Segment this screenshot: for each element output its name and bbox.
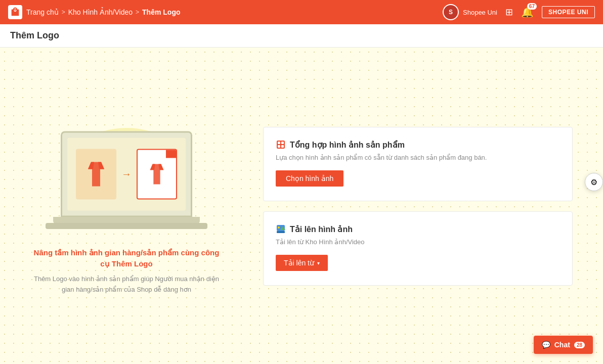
nav-right: S Shopee Uni ⊞ 🔔 67 SHOPEE UNI xyxy=(443,4,595,20)
arrow-icon: → xyxy=(121,168,132,180)
shopee-logo xyxy=(8,5,22,19)
chat-label: Chat xyxy=(554,341,570,349)
shopee-uni-label: Shopee Uni xyxy=(463,9,497,16)
card-product-images: Tổng hợp hình ảnh sản phẩm Lựa chọn hình… xyxy=(263,127,573,201)
nav-left: Trang chủ > Kho Hình Ảnh/Video > Thêm Lo… xyxy=(8,5,180,19)
choose-image-button[interactable]: Chọn hình ảnh xyxy=(276,170,343,187)
card1-title: Tổng hợp hình ảnh sản phẩm xyxy=(290,140,405,150)
svg-rect-8 xyxy=(281,142,284,144)
shopee-uni-button[interactable]: SHOPEE UNI xyxy=(542,6,595,18)
product-image-icon xyxy=(276,140,286,150)
laptop-foot xyxy=(46,223,207,229)
svg-rect-9 xyxy=(278,145,280,148)
laptop-body: → xyxy=(61,131,192,217)
grid-icon[interactable]: ⊞ xyxy=(505,7,513,18)
upload-button[interactable]: Tải lên từ ▾ xyxy=(276,255,328,271)
left-panel: → Nâng tầm hình ảnh gian hàng/sản phẩm c… xyxy=(30,118,223,295)
chat-button[interactable]: 💬 Chat 28 xyxy=(534,336,593,354)
svg-rect-12 xyxy=(277,231,285,233)
card1-header: Tổng hợp hình ảnh sản phẩm xyxy=(276,140,560,150)
chat-badge: 28 xyxy=(574,342,585,348)
breadcrumb-home[interactable]: Trang chủ xyxy=(26,8,59,16)
card-upload-image: Tải lên hình ảnh Tải lên từ Kho Hình ảnh… xyxy=(263,211,573,286)
svg-marker-1 xyxy=(88,162,94,169)
upload-button-label: Tải lên từ xyxy=(284,259,314,267)
chevron-down-icon: ▾ xyxy=(317,260,320,266)
illustration: → xyxy=(46,118,207,239)
dress-left-icon xyxy=(84,160,108,188)
notification-badge: 67 xyxy=(527,3,537,10)
svg-rect-7 xyxy=(278,142,280,144)
page-title: Thêm Logo xyxy=(10,30,593,41)
dress-right-icon xyxy=(147,162,167,186)
card2-title: Tải lên hình ảnh xyxy=(290,224,353,234)
top-navigation: Trang chủ > Kho Hình Ảnh/Video > Thêm Lo… xyxy=(0,0,603,24)
sub-header: Thêm Logo xyxy=(0,24,603,48)
svg-marker-2 xyxy=(98,162,104,169)
main-content: → Nâng tầm hình ảnh gian hàng/sản phẩm c… xyxy=(0,48,603,364)
shopee-uni-section: S Shopee Uni xyxy=(443,4,497,20)
support-button[interactable]: ⚙ xyxy=(585,173,603,191)
laptop-screen: → xyxy=(67,138,186,210)
svg-rect-10 xyxy=(281,145,284,148)
breadcrumb-sep1: > xyxy=(62,9,65,16)
card1-desc: Lựa chọn hình ảnh sản phẩm có sẵn từ dan… xyxy=(276,154,560,161)
chat-icon: 💬 xyxy=(542,341,550,349)
corner-badge xyxy=(166,150,176,158)
svg-point-13 xyxy=(278,226,280,229)
breadcrumb-sep2: > xyxy=(136,9,139,16)
breadcrumb: Trang chủ > Kho Hình Ảnh/Video > Thêm Lo… xyxy=(26,8,180,16)
upload-image-icon xyxy=(276,224,286,234)
shopee-uni-avatar: S xyxy=(443,4,459,20)
illustration-title: Nâng tầm hình ảnh gian hàng/sản phẩm cùn… xyxy=(30,247,223,270)
right-panel: Tổng hợp hình ảnh sản phẩm Lựa chọn hình… xyxy=(263,127,573,286)
illustration-subtitle: Thêm Logo vào hình ảnh sản phẩm giúp Ngư… xyxy=(30,274,223,295)
gear-icon: ⚙ xyxy=(590,177,597,187)
card2-desc: Tải lên từ Kho Hình ảnh/Video xyxy=(276,238,560,246)
screen-left-box xyxy=(76,149,116,199)
svg-marker-5 xyxy=(158,164,163,170)
svg-marker-4 xyxy=(150,164,155,170)
screen-right-box xyxy=(137,149,177,199)
breadcrumb-section[interactable]: Kho Hình Ảnh/Video xyxy=(68,8,133,16)
breadcrumb-current: Thêm Logo xyxy=(142,8,180,16)
card2-header: Tải lên hình ảnh xyxy=(276,224,560,234)
notification-button[interactable]: 🔔 67 xyxy=(521,6,534,18)
